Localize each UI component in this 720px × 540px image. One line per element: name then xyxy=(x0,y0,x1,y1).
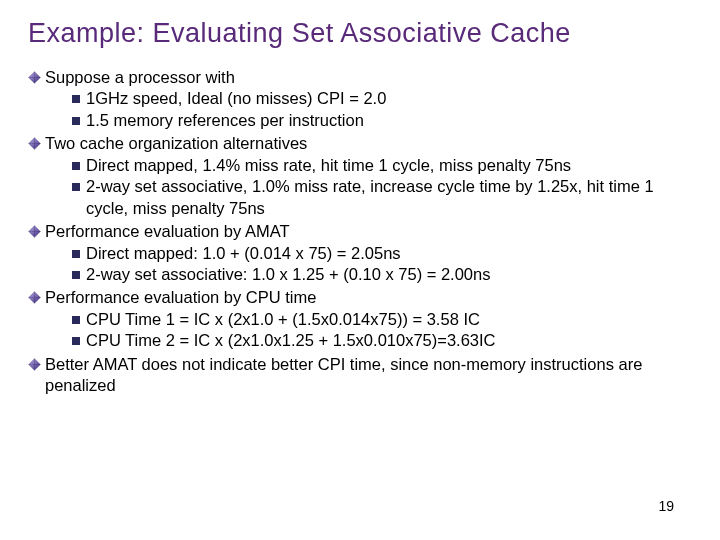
svg-rect-3 xyxy=(72,95,80,103)
diamond-bullet-icon xyxy=(28,358,41,371)
bullet-level2: 1.5 memory references per instruction xyxy=(72,110,692,131)
diamond-bullet-icon xyxy=(28,137,41,150)
bullet-level2: 1GHz speed, Ideal (no misses) CPI = 2.0 xyxy=(72,88,692,109)
diamond-bullet-icon xyxy=(28,71,41,84)
svg-rect-19 xyxy=(72,337,80,345)
bullet-text: CPU Time 2 = IC x (2x1.0x1.25 + 1.5x0.01… xyxy=(86,330,692,351)
bullet-text: Direct mapped: 1.0 + (0.014 x 75) = 2.05… xyxy=(86,243,692,264)
square-bullet xyxy=(72,162,80,170)
square-bullet-icon xyxy=(72,316,80,324)
slide: Example: Evaluating Set Associative Cach… xyxy=(0,0,720,540)
bullet-text: CPU Time 1 = IC x (2x1.0 + (1.5x0.014x75… xyxy=(86,309,692,330)
square-bullet xyxy=(72,250,80,258)
diamond-bullet xyxy=(28,71,41,84)
bullet-text: Performance evaluation by AMAT xyxy=(45,221,692,242)
bullet-text: 2-way set associative: 1.0 x 1.25 + (0.1… xyxy=(86,264,692,285)
bullet-text: 2-way set associative, 1.0% miss rate, i… xyxy=(86,176,692,219)
svg-rect-13 xyxy=(72,250,80,258)
diamond-bullet xyxy=(28,225,41,238)
svg-rect-4 xyxy=(72,117,80,125)
square-bullet xyxy=(72,183,80,191)
bullet-level1: Performance evaluation by CPU time xyxy=(28,287,692,308)
svg-rect-9 xyxy=(72,183,80,191)
square-bullet xyxy=(72,271,80,279)
square-bullet-icon xyxy=(72,162,80,170)
svg-rect-8 xyxy=(72,162,80,170)
bullet-level2: CPU Time 1 = IC x (2x1.0 + (1.5x0.014x75… xyxy=(72,309,692,330)
square-bullet-icon xyxy=(72,337,80,345)
bullet-level1: Performance evaluation by AMAT xyxy=(28,221,692,242)
bullet-text: 1.5 memory references per instruction xyxy=(86,110,692,131)
bullet-text: Suppose a processor with xyxy=(45,67,692,88)
svg-rect-18 xyxy=(72,316,80,324)
diamond-bullet xyxy=(28,137,41,150)
page-number: 19 xyxy=(658,498,674,514)
square-bullet-icon xyxy=(72,250,80,258)
square-bullet-icon xyxy=(72,95,80,103)
svg-rect-14 xyxy=(72,271,80,279)
square-bullet xyxy=(72,117,80,125)
diamond-bullet-icon xyxy=(28,225,41,238)
slide-content: Suppose a processor with 1GHz speed, Ide… xyxy=(28,67,692,397)
square-bullet xyxy=(72,316,80,324)
square-bullet-icon xyxy=(72,271,80,279)
bullet-level2: 2-way set associative, 1.0% miss rate, i… xyxy=(72,176,692,219)
diamond-bullet xyxy=(28,291,41,304)
bullet-level2: CPU Time 2 = IC x (2x1.0x1.25 + 1.5x0.01… xyxy=(72,330,692,351)
bullet-level2: 2-way set associative: 1.0 x 1.25 + (0.1… xyxy=(72,264,692,285)
bullet-level1: Better AMAT does not indicate better CPI… xyxy=(28,354,692,397)
diamond-bullet xyxy=(28,358,41,371)
slide-title: Example: Evaluating Set Associative Cach… xyxy=(28,18,692,49)
square-bullet-icon xyxy=(72,183,80,191)
diamond-bullet-icon xyxy=(28,291,41,304)
square-bullet-icon xyxy=(72,117,80,125)
bullet-text: Better AMAT does not indicate better CPI… xyxy=(45,354,692,397)
bullet-level2: Direct mapped: 1.0 + (0.014 x 75) = 2.05… xyxy=(72,243,692,264)
bullet-level2: Direct mapped, 1.4% miss rate, hit time … xyxy=(72,155,692,176)
square-bullet xyxy=(72,95,80,103)
bullet-level1: Suppose a processor with xyxy=(28,67,692,88)
bullet-text: 1GHz speed, Ideal (no misses) CPI = 2.0 xyxy=(86,88,692,109)
bullet-text: Two cache organization alternatives xyxy=(45,133,692,154)
bullet-text: Direct mapped, 1.4% miss rate, hit time … xyxy=(86,155,692,176)
bullet-text: Performance evaluation by CPU time xyxy=(45,287,692,308)
square-bullet xyxy=(72,337,80,345)
bullet-level1: Two cache organization alternatives xyxy=(28,133,692,154)
